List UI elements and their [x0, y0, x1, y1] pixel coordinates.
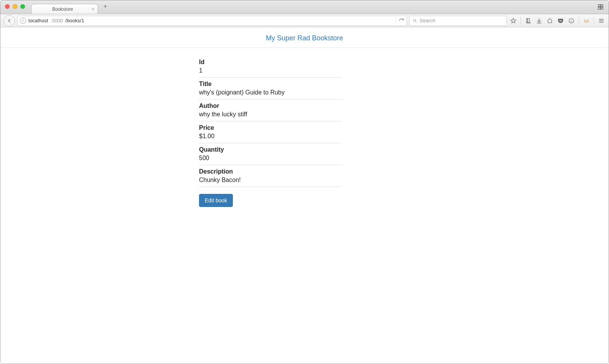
field-label: Title: [199, 81, 342, 88]
toolbar: i localhost:3000/books/1 Search: [0, 14, 609, 27]
tab-close-icon[interactable]: ×: [91, 7, 95, 12]
field-title: Title why's (poignant) Guide to Ruby: [199, 78, 342, 99]
downloads-icon[interactable]: [535, 17, 543, 25]
url-port: :3000: [50, 18, 63, 23]
search-placeholder: Search: [420, 18, 435, 23]
window-minimize-button[interactable]: [13, 4, 17, 9]
svg-rect-8: [528, 18, 528, 23]
window-zoom-button[interactable]: [20, 4, 25, 9]
field-label: Price: [199, 124, 342, 131]
bookmark-star-icon[interactable]: [509, 17, 518, 25]
field-value: $1.00: [199, 133, 342, 140]
home-icon[interactable]: [546, 17, 554, 25]
page-viewport: My Super Rad Bookstore Id 1 Title why's …: [0, 27, 609, 364]
svg-rect-0: [598, 5, 600, 7]
site-info-icon[interactable]: i: [20, 18, 26, 24]
reload-button[interactable]: [395, 17, 404, 24]
tab-title: Bookstore: [52, 7, 73, 12]
svg-point-15: [587, 20, 588, 20]
book-detail: Id 1 Title why's (poignant) Guide to Rub…: [199, 59, 342, 207]
site-header: My Super Rad Bookstore: [0, 27, 609, 48]
field-value: Chunky Bacon!: [199, 177, 342, 184]
svg-rect-3: [601, 7, 603, 9]
toolbar-icons: [509, 17, 606, 25]
edit-book-button[interactable]: Edit book: [199, 194, 233, 207]
field-label: Id: [199, 59, 342, 66]
pocket-icon[interactable]: [556, 17, 565, 25]
svg-rect-2: [598, 7, 600, 9]
url-path: /books/1: [65, 18, 84, 23]
info-icon[interactable]: [567, 17, 576, 25]
svg-rect-1: [601, 5, 603, 7]
traffic-lights: [5, 4, 25, 9]
extension-icon[interactable]: [582, 17, 591, 25]
window-close-button[interactable]: [5, 4, 10, 9]
tile-tabs-icon[interactable]: [598, 4, 603, 11]
svg-marker-6: [511, 18, 516, 23]
new-tab-button[interactable]: +: [100, 2, 111, 13]
url-bar[interactable]: i localhost:3000/books/1: [17, 16, 407, 26]
svg-rect-7: [526, 18, 529, 23]
browser-window: Bookstore × + i localhost:3000/books/1: [0, 0, 609, 364]
search-bar[interactable]: Search: [409, 16, 507, 26]
field-value: 500: [199, 155, 342, 162]
browser-tab[interactable]: Bookstore ×: [31, 4, 98, 14]
field-quantity: Quantity 500: [199, 143, 342, 165]
brand-link[interactable]: My Super Rad Bookstore: [266, 34, 343, 42]
field-price: Price $1.00: [199, 121, 342, 143]
back-button[interactable]: [3, 15, 15, 26]
field-label: Author: [199, 103, 342, 109]
library-icon[interactable]: [524, 17, 533, 25]
field-label: Description: [199, 168, 342, 175]
titlebar: Bookstore × +: [0, 0, 609, 14]
menu-icon[interactable]: [597, 17, 606, 25]
field-id: Id 1: [199, 59, 342, 78]
field-author: Author why the lucky stiff: [199, 99, 342, 121]
svg-line-5: [415, 21, 417, 22]
field-description: Description Chunky Bacon!: [199, 165, 342, 187]
field-value: 1: [199, 67, 342, 74]
svg-point-14: [584, 20, 585, 20]
url-host: localhost: [28, 18, 48, 23]
field-value: why the lucky stiff: [199, 111, 342, 118]
field-value: why's (poignant) Guide to Ruby: [199, 89, 342, 96]
field-label: Quantity: [199, 146, 342, 153]
